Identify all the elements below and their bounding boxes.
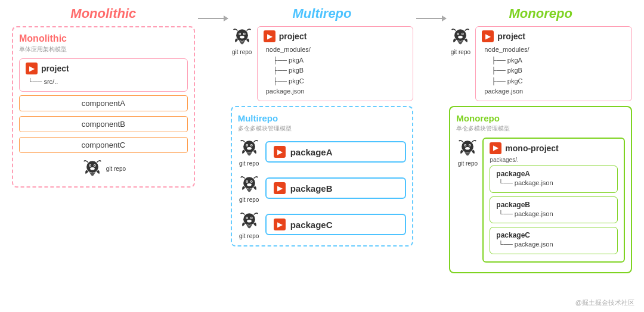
git-label-pkgC: git repo	[239, 233, 259, 239]
octocat-pkgB	[238, 174, 261, 196]
project-header: ▶ project	[26, 63, 181, 74]
arrow-right-1	[196, 18, 229, 19]
svg-point-34	[458, 33, 459, 35]
svg-point-11	[244, 33, 245, 35]
title-monorepo: Monorepo	[509, 6, 572, 21]
svg-point-16	[246, 145, 247, 146]
git-label-monorepo-top: git repo	[451, 49, 470, 55]
mono-pkgA-name: packageA	[496, 170, 611, 178]
mono-project-icon: ▶	[490, 142, 501, 154]
git-icon-wrapper-monorepo-bottom: git repo	[456, 138, 479, 167]
git-label-pkgB: git repo	[239, 196, 259, 203]
monorepo-project-icon: ▶	[482, 30, 494, 42]
svg-point-6	[236, 29, 248, 41]
git-icon-wrapper-multirepo-top: git repo	[231, 26, 253, 55]
svg-point-24	[243, 213, 255, 225]
monorepo-file-tree: node_modules/ ├── pkgA ├── pkgB ├── pkgC…	[484, 45, 626, 97]
multirepo-project-icon: ▶	[264, 30, 275, 42]
monorepo-two-part: git repo ▶ project node_modules/ ├── pkg…	[449, 26, 632, 273]
svg-point-18	[243, 177, 255, 189]
multirepo-packageC-row: git repo ▶ packageC	[238, 210, 407, 239]
packageB-label: packageB	[290, 183, 333, 194]
octocat-monorepo-bottom	[456, 138, 479, 160]
monorepo-project-box: ▶ project node_modules/ ├── pkgA ├── pkg…	[475, 26, 632, 101]
svg-point-27	[247, 220, 252, 223]
multirepo-project-box: ▶ project node_modules/ ├── pkgA ├── pkg…	[257, 26, 414, 101]
project-icon: ▶	[26, 63, 38, 74]
svg-point-21	[247, 183, 252, 186]
packageA-box: ▶ packageA	[265, 141, 407, 163]
mono-pkgB-file: └── package.json	[499, 209, 611, 220]
mono-pkgC-box: packageC └── package.json	[490, 227, 618, 254]
svg-point-33	[459, 36, 463, 39]
git-label-monorepo-bottom: git repo	[458, 160, 478, 167]
pkgB-icon: ▶	[274, 182, 286, 194]
multirepo-packageB-row: git repo ▶ packageB	[238, 174, 407, 203]
svg-point-39	[466, 147, 470, 150]
multirepo-packages-col: git repo ▶ packageA	[238, 138, 407, 239]
componentA-box: componentA	[19, 95, 188, 111]
src-path: └── src/..	[28, 77, 181, 88]
git-label-multirepo-top: git repo	[232, 49, 252, 55]
multirepo-outer-box: Multirepo 多仓多模块管理模型	[231, 106, 414, 247]
arrow2	[413, 6, 449, 19]
svg-point-22	[246, 181, 247, 182]
arrow1	[195, 6, 231, 19]
svg-point-40	[465, 145, 466, 146]
mono-pkgA-box: packageA └── package.json	[490, 166, 618, 193]
packageC-label: packageC	[290, 220, 333, 230]
packages-label: packages/.	[490, 157, 618, 163]
monorepo-content-row: git repo ▶ mono-project packages/. packa…	[456, 138, 625, 266]
svg-point-28	[246, 217, 247, 219]
svg-point-30	[454, 29, 466, 41]
git-icon-wrapper-pkgB: git repo	[238, 174, 261, 203]
mono-pkgB-box: packageB └── package.json	[490, 196, 618, 224]
multirepo-box-label: Multirepo	[238, 113, 407, 123]
svg-point-10	[239, 33, 240, 35]
mono-pkgA-file: └── package.json	[499, 178, 611, 189]
mono-project-header: ▶ mono-project	[490, 142, 618, 154]
monorepo-project-header: ▶ project	[482, 30, 626, 42]
mono-project-box: ▶ mono-project packages/. packageA └── p…	[482, 138, 625, 263]
git-icon-wrapper-pkgC: git repo	[238, 210, 261, 239]
mono-project-name: mono-project	[505, 143, 558, 153]
svg-point-4	[89, 165, 91, 166]
multirepo-project-header: ▶ project	[264, 30, 407, 42]
packageB-box: ▶ packageB	[265, 177, 407, 199]
title-monolithic: Monolithic	[70, 6, 136, 21]
pkgA-icon: ▶	[274, 146, 286, 158]
monolithic-sublabel: 单体应用架构模型	[19, 45, 188, 54]
svg-point-23	[251, 181, 252, 182]
componentB-box: componentB	[19, 116, 188, 132]
mono-pkgB-name: packageB	[496, 201, 611, 209]
monolithic-project-box: ▶ project └── src/..	[19, 58, 188, 92]
monorepo-box-sublabel: 单仓多模块管理模型	[456, 124, 625, 133]
svg-point-36	[462, 141, 473, 152]
monorepo-section: Monorepo	[449, 6, 632, 273]
monolithic-section: Monolithic Monolithic 单体应用架构模型 ▶ project…	[12, 6, 195, 188]
svg-point-9	[240, 36, 244, 39]
watermark: @掘土掘金技术社区	[575, 298, 634, 307]
svg-point-17	[251, 145, 252, 146]
packageC-box: ▶ packageC	[265, 214, 407, 235]
project-name: project	[41, 64, 69, 73]
svg-point-41	[469, 145, 470, 146]
multirepo-two-part: git repo ▶ project node_modules/ ├── pkg…	[231, 26, 414, 247]
title-multirepo: Multirepo	[293, 6, 352, 21]
octocat-pkgA	[238, 138, 261, 160]
svg-point-29	[251, 217, 252, 219]
monorepo-outer-box: Monorepo 单仓多模块管理模型	[449, 106, 632, 273]
packageA-label: packageA	[290, 147, 333, 157]
octocat-monolithic	[81, 158, 104, 180]
svg-point-15	[247, 147, 252, 150]
mono-pkgC-file: └── package.json	[499, 239, 611, 250]
monolithic-outer-box: Monolithic 单体应用架构模型 ▶ project └── src/..…	[12, 26, 195, 188]
monorepo-project-name: project	[497, 32, 525, 41]
arrow-line-1	[198, 18, 228, 19]
multirepo-box-sublabel: 多仓多模块管理模型	[238, 124, 407, 133]
svg-point-35	[462, 33, 463, 35]
monorepo-box-label: Monorepo	[456, 113, 625, 123]
multirepo-file-tree: node_modules/ ├── pkgA ├── pkgB ├── pkgC…	[266, 45, 407, 97]
octocat-monorepo-top	[449, 26, 472, 49]
git-label-monolithic: git repo	[106, 166, 126, 172]
